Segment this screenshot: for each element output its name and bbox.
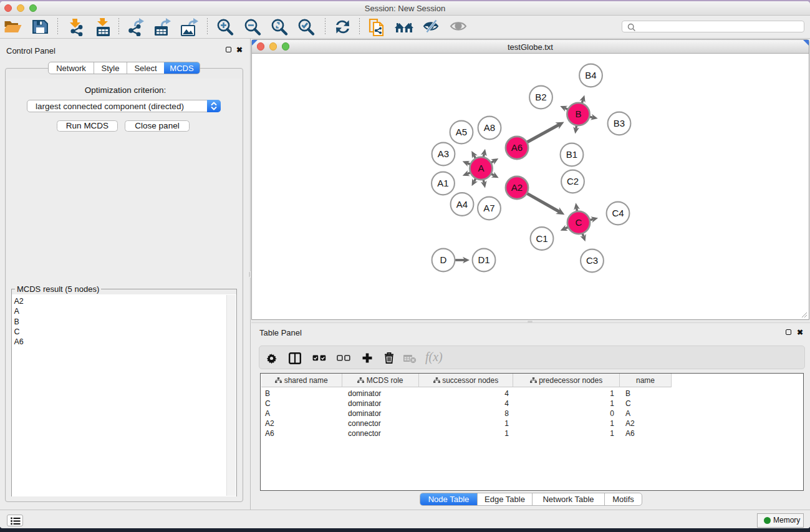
svg-text:D1: D1 xyxy=(478,254,489,265)
svg-text:B1: B1 xyxy=(566,149,577,160)
svg-text:A1: A1 xyxy=(437,178,448,188)
svg-text:C4: C4 xyxy=(612,208,624,218)
svg-text:B3: B3 xyxy=(614,118,625,128)
svg-text:C1: C1 xyxy=(536,233,547,244)
svg-text:C3: C3 xyxy=(586,255,598,266)
svg-text:A6: A6 xyxy=(511,142,523,153)
svg-text:B2: B2 xyxy=(535,92,546,102)
svg-text:A2: A2 xyxy=(511,182,523,193)
svg-text:A: A xyxy=(478,163,484,173)
svg-text:A8: A8 xyxy=(484,122,495,133)
svg-text:D: D xyxy=(440,254,447,265)
svg-text:B: B xyxy=(575,109,581,119)
svg-text:A7: A7 xyxy=(483,203,494,213)
svg-text:C2: C2 xyxy=(567,176,579,186)
svg-text:C: C xyxy=(576,217,582,228)
svg-text:A5: A5 xyxy=(456,127,467,137)
svg-text:A3: A3 xyxy=(438,148,449,159)
svg-text:B4: B4 xyxy=(585,70,596,80)
svg-text:A4: A4 xyxy=(456,199,468,210)
